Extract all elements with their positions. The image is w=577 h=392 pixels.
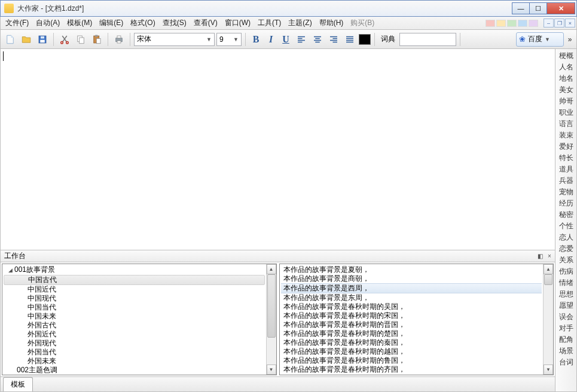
align-left-button[interactable]: [294, 32, 309, 47]
toolbar-overflow[interactable]: »: [566, 35, 574, 44]
menu-buy[interactable]: 购买(B): [347, 17, 378, 29]
tree-child[interactable]: 外国未来: [4, 357, 265, 366]
tree-child[interactable]: 外国当代: [4, 348, 265, 357]
list-item[interactable]: 本作品的故事背景是春秋时期的齐国，: [281, 365, 542, 374]
text-color-button[interactable]: [359, 34, 371, 45]
align-justify-button[interactable]: [343, 32, 357, 47]
list-item[interactable]: 本作品的故事背景是商朝，: [281, 274, 542, 283]
sidebar-tab-21[interactable]: 思想: [557, 289, 575, 300]
copy-button[interactable]: [74, 32, 88, 47]
theme-swatch-3[interactable]: [518, 20, 527, 27]
font-size-select[interactable]: 9▼: [216, 33, 242, 46]
sidebar-tab-18[interactable]: 关系: [557, 255, 575, 266]
bold-button[interactable]: B: [249, 33, 262, 46]
list-item[interactable]: 本作品的故事背景是春秋时期的越国，: [281, 347, 542, 356]
text-editor[interactable]: [1, 49, 555, 250]
paste-button[interactable]: [90, 32, 104, 47]
menu-item-7[interactable]: 窗口(W): [221, 17, 254, 28]
tree-child[interactable]: 中国当代: [4, 303, 265, 312]
dock-float-button[interactable]: ◧: [536, 252, 544, 260]
list-view[interactable]: 本作品的故事背景是夏朝，本作品的故事背景是商朝，本作品的故事背景是西周，本作品的…: [280, 264, 544, 375]
sidebar-tab-17[interactable]: 恋爱: [557, 243, 575, 255]
theme-swatch-4[interactable]: [529, 20, 538, 27]
print-button[interactable]: [112, 32, 126, 47]
sidebar-tab-22[interactable]: 愿望: [557, 300, 575, 311]
sidebar-tab-0[interactable]: 梗概: [557, 50, 575, 62]
tree-child[interactable]: 中国未来: [4, 312, 265, 321]
sidebar-tab-16[interactable]: 恋人: [557, 232, 575, 243]
list-item[interactable]: 本作品的故事背景是春秋时期的吴国，: [281, 302, 542, 311]
list-item[interactable]: 本作品的故事背景是春秋时期的晋国，: [281, 320, 542, 329]
sidebar-tab-10[interactable]: 道具: [557, 164, 575, 175]
save-button[interactable]: [35, 32, 50, 47]
underline-button[interactable]: U: [279, 33, 292, 46]
menu-item-5[interactable]: 查找(S): [159, 17, 190, 28]
tree-view[interactable]: ◢001故事背景中国古代中国近代中国现代中国当代中国未来外国古代外国近代外国现代…: [2, 264, 266, 375]
tree-scrollbar[interactable]: ▲ ▼: [266, 264, 276, 375]
sidebar-tab-12[interactable]: 宠物: [557, 186, 575, 198]
sidebar-tab-6[interactable]: 语言: [557, 118, 575, 130]
sidebar-tab-19[interactable]: 伤病: [557, 266, 575, 277]
sidebar-tab-27[interactable]: 台词: [557, 357, 575, 368]
sidebar-tab-26[interactable]: 场景: [557, 345, 575, 357]
menu-item-9[interactable]: 主题(Z): [285, 17, 315, 28]
list-item[interactable]: 本作品的故事背景是西周，: [281, 283, 542, 293]
tree-child[interactable]: 外国现代: [4, 339, 265, 348]
align-right-button[interactable]: [326, 32, 341, 47]
sidebar-tab-7[interactable]: 装束: [557, 130, 575, 141]
menu-item-8[interactable]: 工具(T): [254, 17, 285, 28]
tree-child[interactable]: 中国古代: [4, 275, 265, 285]
sidebar-tab-9[interactable]: 特长: [557, 152, 575, 164]
sidebar-tab-20[interactable]: 情绪: [557, 277, 575, 289]
list-item[interactable]: 本作品的故事背景是春秋时期的鲁国，: [281, 356, 542, 365]
sidebar-tab-11[interactable]: 兵器: [557, 175, 575, 186]
menu-item-10[interactable]: 帮助(H): [316, 17, 347, 28]
tab-template[interactable]: 模板: [3, 377, 33, 391]
cut-button[interactable]: [57, 32, 72, 47]
sidebar-tab-1[interactable]: 人名: [557, 62, 575, 73]
tree-root[interactable]: ◢001故事背景: [4, 265, 265, 275]
menu-item-3[interactable]: 编辑(E): [96, 17, 127, 28]
list-item[interactable]: 本作品的故事背景是春秋时期的宋国，: [281, 311, 542, 320]
sidebar-tab-13[interactable]: 经历: [557, 198, 575, 209]
open-file-button[interactable]: [19, 32, 33, 47]
menu-item-1[interactable]: 自动(A): [32, 17, 63, 28]
maximize-button[interactable]: ☐: [529, 2, 547, 14]
sidebar-tab-15[interactable]: 个性: [557, 220, 575, 232]
tree-sibling[interactable]: 002主题色调: [4, 366, 265, 375]
list-item[interactable]: 本作品的故事背景是战国时期的齐国，: [281, 374, 542, 375]
tree-child[interactable]: 中国现代: [4, 294, 265, 303]
list-item[interactable]: 本作品的故事背景是春秋时期的秦国，: [281, 338, 542, 347]
minimize-button[interactable]: —: [512, 2, 530, 14]
mdi-restore[interactable]: ❐: [554, 19, 564, 27]
sidebar-tab-3[interactable]: 美女: [557, 84, 575, 96]
font-select[interactable]: 宋体▼: [134, 33, 215, 46]
sidebar-tab-5[interactable]: 职业: [557, 107, 575, 118]
tree-child[interactable]: 中国近代: [4, 285, 265, 294]
sidebar-tab-24[interactable]: 对手: [557, 323, 575, 334]
sidebar-tab-23[interactable]: 误会: [557, 311, 575, 323]
list-item[interactable]: 本作品的故事背景是东周，: [281, 293, 542, 302]
menu-item-4[interactable]: 格式(O): [127, 17, 158, 28]
scroll-down-icon[interactable]: ▼: [267, 365, 276, 375]
sidebar-tab-4[interactable]: 帅哥: [557, 96, 575, 107]
list-item[interactable]: 本作品的故事背景是春秋时期的楚国，: [281, 329, 542, 338]
menu-item-2[interactable]: 模板(M): [63, 17, 96, 28]
close-button[interactable]: ✕: [547, 2, 575, 14]
sidebar-tab-8[interactable]: 爱好: [557, 141, 575, 152]
align-center-button[interactable]: [310, 32, 325, 47]
mdi-close[interactable]: ×: [565, 19, 575, 27]
sidebar-tab-14[interactable]: 秘密: [557, 209, 575, 220]
scroll-down-icon[interactable]: ▼: [544, 365, 553, 375]
tree-child[interactable]: 外国近代: [4, 330, 265, 339]
dock-close-button[interactable]: ×: [545, 252, 554, 260]
list-scrollbar[interactable]: ▲ ▼: [543, 264, 553, 375]
dict-input[interactable]: [399, 33, 456, 46]
sidebar-tab-25[interactable]: 配角: [557, 334, 575, 345]
scroll-up-icon[interactable]: ▲: [267, 264, 276, 274]
theme-swatch-1[interactable]: [496, 20, 506, 27]
scroll-up-icon[interactable]: ▲: [544, 264, 553, 274]
search-engine-select[interactable]: ❀ 百度 ▼: [516, 32, 564, 47]
sidebar-tab-2[interactable]: 地名: [557, 73, 575, 84]
list-item[interactable]: 本作品的故事背景是夏朝，: [281, 265, 542, 274]
